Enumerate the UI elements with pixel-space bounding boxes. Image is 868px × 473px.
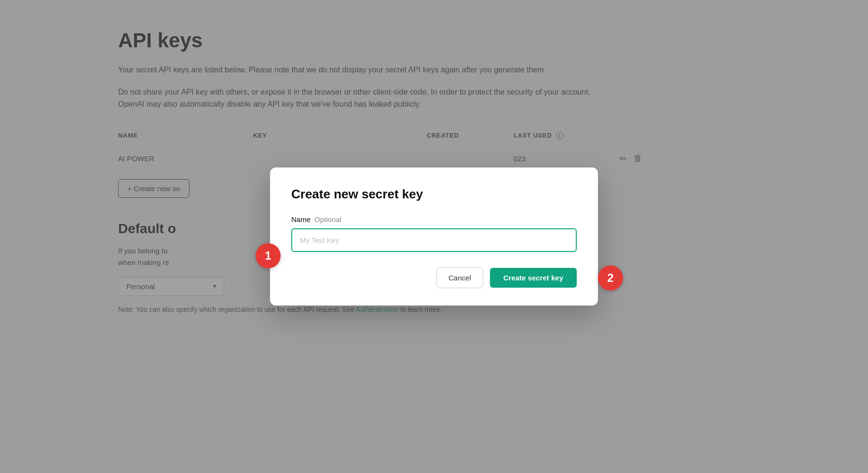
- modal-title: Create new secret key: [291, 187, 577, 202]
- name-field-label: Name Optional: [291, 215, 577, 223]
- cancel-button[interactable]: Cancel: [436, 267, 483, 288]
- key-name-input[interactable]: [291, 228, 577, 252]
- modal-dialog: Create new secret key Name Optional Canc…: [270, 167, 598, 306]
- modal-overlay: Create new secret key Name Optional Canc…: [0, 0, 868, 473]
- step-badge-1: 1: [256, 243, 281, 268]
- step-badge-2: 2: [598, 265, 623, 291]
- optional-label: Optional: [314, 215, 341, 223]
- create-secret-key-button[interactable]: Create secret key: [490, 268, 577, 288]
- modal-actions: Cancel Create secret key: [291, 267, 577, 288]
